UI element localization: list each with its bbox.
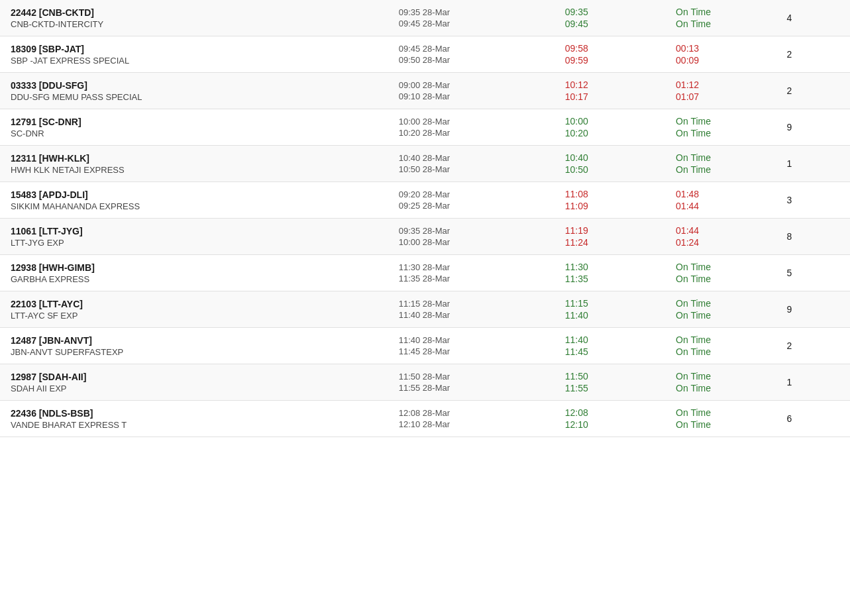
actual-wrapper: 09:58 09:59 [565,43,655,66]
schedule-wrapper: 09:20 28-Mar 09:25 28-Mar [399,189,544,211]
delay-departure: 00:09 [676,55,765,66]
train-id: 11061 [LTT-JYG] [11,226,378,236]
delay-departure: On Time [676,383,765,393]
platform-cell: 1 [776,364,850,401]
scheduled-arrival: 11:40 28-Mar [399,335,544,345]
actual-departure: 10:50 [565,164,655,175]
train-id: 12487 [JBN-ANVT] [11,335,378,346]
schedule-wrapper: 09:45 28-Mar 09:50 28-Mar [399,44,544,65]
scheduled-arrival: 09:45 28-Mar [399,44,544,54]
train-name-wrapper: 11061 [LTT-JYG] LTT-JYG EXP [11,226,378,248]
scheduled-arrival: 10:00 28-Mar [399,117,544,127]
actual-arrival: 10:00 [565,116,655,127]
train-name: SIKKIM MAHANANDA EXPRESS [11,201,378,211]
delay-wrapper: On Time On Time [676,116,765,138]
train-id: 12791 [SC-DNR] [11,117,378,127]
delay-arrival: On Time [676,152,765,163]
actual-departure: 10:17 [565,91,655,102]
train-name-wrapper: 12938 [HWH-GIMB] GARBHA EXPRESS [11,262,378,284]
train-info-cell: 12791 [SC-DNR] SC-DNR [0,109,388,146]
platform-number: 5 [786,268,792,278]
platform-cell: 2 [776,73,850,109]
delay-cell: On Time On Time [665,291,776,328]
train-name-wrapper: 12791 [SC-DNR] SC-DNR [11,117,378,138]
scheduled-arrival: 10:40 28-Mar [399,153,544,163]
actual-arrival: 11:08 [565,189,655,199]
train-id: 12311 [HWH-KLK] [11,153,378,164]
scheduled-time-cell: 12:08 28-Mar 12:10 28-Mar [388,401,555,437]
actual-departure: 12:10 [565,419,655,430]
table-row: 03333 [DDU-SFG] DDU-SFG MEMU PASS SPECIA… [0,73,850,109]
platform-cell: 2 [776,36,850,73]
train-name: LTT-AYC SF EXP [11,311,378,321]
platform-number: 6 [786,413,792,424]
actual-wrapper: 10:40 10:50 [565,152,655,175]
actual-time-cell: 09:35 09:45 [555,0,665,36]
scheduled-arrival: 09:20 28-Mar [399,189,544,199]
train-name: HWH KLK NETAJI EXPRESS [11,165,378,175]
actual-wrapper: 11:08 11:09 [565,189,655,211]
train-name-wrapper: 22442 [CNB-CKTD] CNB-CKTD-INTERCITY [11,7,378,29]
platform-number: 8 [786,231,792,242]
table-row: 11061 [LTT-JYG] LTT-JYG EXP 09:35 28-Mar… [0,219,850,255]
actual-time-cell: 11:50 11:55 [555,364,665,401]
table-row: 12791 [SC-DNR] SC-DNR 10:00 28-Mar 10:20… [0,109,850,146]
actual-departure: 11:40 [565,310,655,321]
actual-time-cell: 10:12 10:17 [555,73,665,109]
train-id: 15483 [APDJ-DLI] [11,189,378,200]
actual-time-cell: 10:00 10:20 [555,109,665,146]
platform-cell: 1 [776,146,850,182]
schedule-wrapper: 09:35 28-Mar 10:00 28-Mar [399,226,544,247]
train-id: 12938 [HWH-GIMB] [11,262,378,273]
platform-number: 9 [786,304,792,315]
actual-departure: 11:35 [565,274,655,284]
train-info-cell: 12987 [SDAH-AII] SDAH AII EXP [0,364,388,401]
scheduled-departure: 11:40 28-Mar [399,310,544,320]
train-info-cell: 15483 [APDJ-DLI] SIKKIM MAHANANDA EXPRES… [0,182,388,219]
actual-wrapper: 10:12 10:17 [565,79,655,102]
platform-cell: 4 [776,0,850,36]
train-name: SC-DNR [11,128,378,138]
delay-arrival: 01:12 [676,79,765,90]
train-id: 03333 [DDU-SFG] [11,80,378,91]
actual-wrapper: 11:30 11:35 [565,262,655,284]
actual-arrival: 10:40 [565,152,655,163]
scheduled-time-cell: 10:00 28-Mar 10:20 28-Mar [388,109,555,146]
delay-cell: On Time On Time [665,328,776,364]
train-name: CNB-CKTD-INTERCITY [11,19,378,29]
platform-number: 4 [786,13,792,23]
scheduled-time-cell: 11:30 28-Mar 11:35 28-Mar [388,255,555,291]
actual-departure: 09:45 [565,19,655,29]
scheduled-departure: 10:20 28-Mar [399,128,544,138]
delay-cell: On Time On Time [665,109,776,146]
train-name-wrapper: 18309 [SBP-JAT] SBP -JAT EXPRESS SPECIAL [11,44,378,66]
scheduled-departure: 09:45 28-Mar [399,19,544,28]
train-id: 22436 [NDLS-BSB] [11,408,378,419]
train-name: DDU-SFG MEMU PASS SPECIAL [11,92,378,102]
delay-arrival: 01:48 [676,189,765,199]
schedule-wrapper: 09:00 28-Mar 09:10 28-Mar [399,80,544,101]
actual-time-cell: 11:08 11:09 [555,182,665,219]
actual-departure: 09:59 [565,55,655,66]
delay-arrival: On Time [676,298,765,309]
actual-arrival: 11:40 [565,334,655,345]
actual-arrival: 11:15 [565,298,655,309]
train-info-cell: 22103 [LTT-AYC] LTT-AYC SF EXP [0,291,388,328]
train-name-wrapper: 22436 [NDLS-BSB] VANDE BHARAT EXPRESS T [11,408,378,430]
scheduled-departure: 11:55 28-Mar [399,383,544,393]
scheduled-departure: 09:25 28-Mar [399,201,544,211]
scheduled-time-cell: 09:20 28-Mar 09:25 28-Mar [388,182,555,219]
train-name: VANDE BHARAT EXPRESS T [11,420,378,430]
delay-arrival: On Time [676,262,765,272]
train-name-wrapper: 22103 [LTT-AYC] LTT-AYC SF EXP [11,299,378,321]
platform-cell: 9 [776,291,850,328]
scheduled-time-cell: 10:40 28-Mar 10:50 28-Mar [388,146,555,182]
train-name: SDAH AII EXP [11,384,378,393]
schedule-wrapper: 10:00 28-Mar 10:20 28-Mar [399,117,544,138]
actual-time-cell: 11:19 11:24 [555,219,665,255]
delay-wrapper: 01:12 01:07 [676,79,765,102]
scheduled-departure: 11:45 28-Mar [399,346,544,356]
scheduled-arrival: 11:50 28-Mar [399,372,544,382]
delay-cell: On Time On Time [665,401,776,437]
platform-number: 2 [786,340,792,351]
